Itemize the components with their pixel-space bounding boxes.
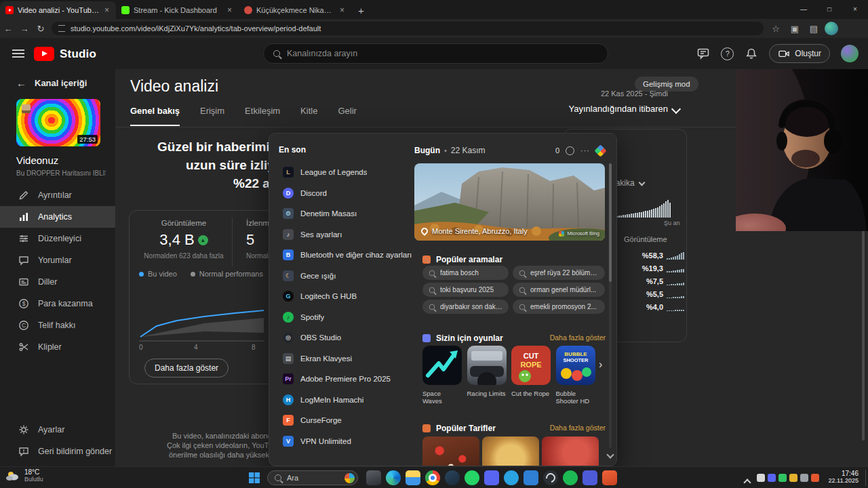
taskbar-clock[interactable]: 17:46 22.11.2025 <box>818 470 859 484</box>
chevron-down-icon[interactable] <box>673 103 679 115</box>
reload-icon[interactable]: ↻ <box>33 24 49 34</box>
site-settings-icon[interactable] <box>58 25 65 32</box>
taskbar-search-input[interactable]: Ara <box>267 470 358 485</box>
tab-close-icon[interactable]: × <box>226 5 233 15</box>
sidebar-item-languages[interactable]: Diller <box>0 271 115 293</box>
analytics-tab-erişim[interactable]: Erişim <box>200 106 224 126</box>
create-button[interactable]: Oluştur <box>769 44 830 63</box>
hamburger-menu-icon[interactable] <box>12 49 24 51</box>
recent-app-item[interactable]: FCurseForge <box>269 410 414 431</box>
whatsapp-icon[interactable] <box>465 470 479 485</box>
tray-icon-3[interactable] <box>778 474 787 482</box>
sidebar-item-copyright[interactable]: C Telif hakkı <box>0 314 115 336</box>
chrome-icon[interactable] <box>425 470 440 485</box>
browser-tab-youtube-studio[interactable]: Video analizi - YouTube Studio × <box>0 1 116 19</box>
sidebar-item-details[interactable]: Ayrıntılar <box>0 184 115 206</box>
channel-avatar[interactable] <box>841 45 859 62</box>
views-metric[interactable]: Görüntüleme 3,4 B ▲ Normalden 623 daha f… <box>136 219 231 260</box>
youtube-logo-icon[interactable] <box>34 47 54 61</box>
bing-photo-card[interactable]: Monte Sirente, Abruzzo, Italy Microsoft … <box>414 163 605 241</box>
trending-search-chip[interactable]: diyarbakır son dakika <box>422 300 509 314</box>
browser-tab-nikah-sarayi[interactable]: Küçükçekmece Nikah Sarayı - G × <box>239 1 351 19</box>
game-card-rope[interactable]: CUTROPECut the Rope <box>511 346 551 405</box>
discord-alt-icon[interactable] <box>583 470 597 485</box>
period-selector[interactable]: 22 Kas 2025 - Şimdi Yayınlandığından iti… <box>522 89 668 114</box>
show-more-button[interactable]: Daha fazla göster <box>144 359 229 378</box>
close-button[interactable]: × <box>842 0 868 19</box>
game-card-bubble[interactable]: BUBBLESHOOTERBubble Shooter HD <box>556 346 595 405</box>
recent-app-item[interactable]: HLogMeIn Hamachi <box>269 390 414 411</box>
tray-expand-icon[interactable] <box>745 476 750 488</box>
show-desktop-button[interactable] <box>865 470 868 486</box>
recent-app-item[interactable]: GLogitech G HUB <box>269 286 414 307</box>
recipe-thumbnail[interactable] <box>482 436 539 466</box>
spotify-icon[interactable] <box>563 470 578 485</box>
trending-search-chip[interactable]: orman genel müdürl... <box>513 283 605 297</box>
refresh-icon[interactable] <box>566 146 574 155</box>
telegram-icon[interactable] <box>504 470 519 485</box>
tray-icon-2[interactable] <box>768 474 776 482</box>
tray-icon-4[interactable] <box>789 474 797 482</box>
recent-app-item[interactable]: PrAdobe Premiere Pro 2025 <box>269 369 414 390</box>
tab-close-icon[interactable]: × <box>338 5 346 15</box>
start-button-icon[interactable] <box>248 472 260 484</box>
analytics-tab-etkileşim[interactable]: Etkileşim <box>245 106 280 126</box>
chat-icon[interactable] <box>696 47 710 60</box>
recent-app-item[interactable]: ◎OBS Studio <box>269 327 414 348</box>
recent-app-item[interactable]: ♪Ses ayarları <box>269 224 414 245</box>
recent-app-item[interactable]: ☾Gece ışığı <box>269 266 414 287</box>
side-panel-icon[interactable]: ▣ <box>787 24 803 34</box>
tray-icon-1[interactable] <box>757 474 765 482</box>
notifications-bell-icon[interactable] <box>745 47 758 60</box>
tray-icon-5[interactable] <box>800 474 808 482</box>
recent-app-item[interactable]: DDiscord <box>269 183 414 204</box>
trending-search-chip[interactable]: emekli promosyon 2... <box>513 300 605 314</box>
url-bar[interactable]: studio.youtube.com/video/iKdjZiXu7Yk/ana… <box>52 22 764 35</box>
reading-list-icon[interactable]: ▤ <box>806 24 822 34</box>
analytics-tab-kitle[interactable]: Kitle <box>300 106 317 126</box>
games-show-more-link[interactable]: Daha fazla göster <box>545 333 606 342</box>
sidebar-item-editor[interactable]: Düzenleyici <box>0 228 115 249</box>
widgets-scrollbar-thumb[interactable] <box>609 163 612 282</box>
forward-icon[interactable]: → <box>16 24 33 34</box>
discord-icon[interactable] <box>484 470 499 485</box>
monitor-icon[interactable] <box>366 470 381 485</box>
explorer-icon[interactable] <box>406 470 420 485</box>
browser-profile-avatar[interactable] <box>825 22 838 35</box>
recipes-show-more-link[interactable]: Daha fazla göster <box>545 424 606 432</box>
maximize-button[interactable]: □ <box>816 0 842 19</box>
sidebar-item-settings[interactable]: Ayarlar <box>0 419 115 441</box>
new-tab-button[interactable]: + <box>351 5 371 19</box>
steam-icon[interactable] <box>445 470 460 485</box>
sidebar-item-clips[interactable]: Klipler <box>0 336 115 358</box>
recent-app-item[interactable]: ▤Ekran Klavyesi <box>269 348 414 369</box>
analytics-tab-genel-bakış[interactable]: Genel bakış <box>130 106 180 126</box>
sidebar-item-comments[interactable]: Yorumlar <box>0 249 115 271</box>
recent-app-item[interactable]: ⚙Denetim Masası <box>269 203 414 224</box>
vscode-icon[interactable] <box>524 470 538 485</box>
recent-app-item[interactable]: VVPN Unlimited <box>269 431 414 452</box>
video-thumbnail[interactable]: 27:53 <box>16 99 100 146</box>
trending-search-chip[interactable]: toki başvuru 2025 <box>422 283 509 297</box>
browser-tab-kick-dashboard[interactable]: Stream - Kick Dashboard × <box>116 1 239 19</box>
minimize-button[interactable]: — <box>791 0 816 19</box>
sidebar-item-analytics[interactable]: Analytics <box>0 206 115 228</box>
recipe-thumbnail[interactable] <box>422 436 479 466</box>
sidebar-item-monetization[interactable]: $ Para kazanma <box>0 293 115 314</box>
obs-icon[interactable] <box>543 470 558 485</box>
studio-search-input[interactable]: Kanalınızda arayın <box>263 43 608 64</box>
tab-close-icon[interactable]: × <box>103 5 111 15</box>
carousel-next-icon[interactable]: › <box>599 359 602 371</box>
recent-app-item[interactable]: BBluetooth ve diğer cihaz ayarları <box>269 245 414 266</box>
more-options-icon[interactable]: ··· <box>580 146 590 155</box>
taskbar-weather[interactable]: 18°C Bulutlu <box>5 468 43 483</box>
widgets-pinwheel-icon[interactable] <box>594 144 606 157</box>
game-card-racing[interactable]: Racing Limits <box>467 346 507 405</box>
bookmark-star-icon[interactable]: ☆ <box>768 24 784 34</box>
recent-app-item[interactable]: ♪Spotify <box>269 307 414 328</box>
scroll-down-icon[interactable] <box>608 448 613 460</box>
trending-search-chip[interactable]: eşref rüya 22 bölüm i... <box>513 266 605 280</box>
trending-search-chip[interactable]: fatima bosch <box>422 266 509 280</box>
edge-icon[interactable] <box>386 470 401 485</box>
sidebar-item-feedback[interactable]: Geri bildirim gönder <box>0 441 115 462</box>
